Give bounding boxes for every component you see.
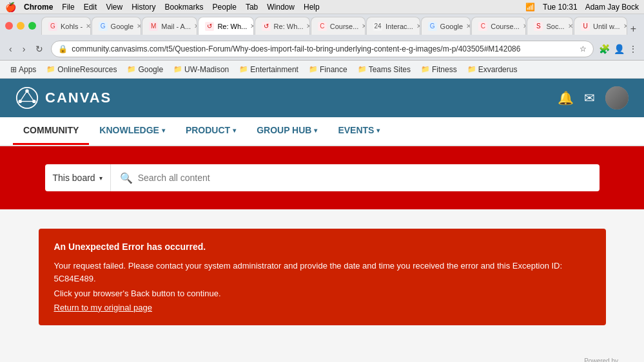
menu-tab[interactable]: Tab: [246, 3, 258, 12]
error-body-2: Click your browser's Back button to cont…: [54, 287, 590, 300]
tab-close-re2[interactable]: ✕: [306, 23, 309, 30]
tab-close-google1[interactable]: ✕: [137, 23, 141, 30]
menu-edit[interactable]: Edit: [84, 3, 97, 12]
nav-community[interactable]: COMMUNITY: [13, 117, 89, 145]
tab-close-re[interactable]: ✕: [250, 23, 253, 30]
canvas-header-icons: 🔔 ✉: [558, 86, 629, 110]
bookmark-finance[interactable]: 📁 Finance: [305, 64, 351, 75]
tabs-row: G Kohls - ✕ G Google ✕ M Mail - A... ✕ ↺…: [41, 17, 639, 35]
tab-interact[interactable]: 24 Interac... ✕: [366, 17, 420, 35]
secure-icon: 🔒: [58, 44, 68, 53]
menu-help[interactable]: Help: [304, 3, 320, 12]
nav-group-hub[interactable]: GROUP HUB ▾: [246, 117, 327, 145]
nav-community-label: COMMUNITY: [23, 125, 79, 135]
tab-close-until[interactable]: ✕: [623, 23, 627, 30]
tab-re-active[interactable]: ↺ Re: Wh... ✕: [198, 17, 253, 35]
username: Adam Jay Bock: [585, 3, 639, 12]
nav-events[interactable]: EVENTS ▾: [327, 117, 390, 145]
folder-icon: 📁: [173, 65, 182, 73]
folder-icon: 📁: [127, 65, 136, 73]
tab-close-course2[interactable]: ✕: [523, 23, 527, 30]
nav-events-label: EVENTS: [338, 125, 374, 135]
chevron-down-icon: ▾: [99, 175, 102, 182]
minimize-window-button[interactable]: [17, 22, 24, 30]
tab-course1[interactable]: C Course... ✕: [311, 17, 366, 35]
menu-window[interactable]: Window: [267, 3, 295, 12]
powered-by-label: Powered by: [584, 357, 618, 363]
main-content: An Unexpected Error has occurred. Your r…: [0, 209, 644, 345]
tab-label-until: Until w...: [593, 23, 620, 30]
search-input[interactable]: [138, 173, 590, 183]
error-box: An Unexpected Error has occurred. Your r…: [39, 229, 606, 325]
chevron-down-icon: ▾: [314, 127, 317, 134]
nav-knowledge-label: KNOWLEDGE: [99, 125, 159, 135]
address-bar[interactable]: 🔒 community.canvasims.com/t5/Question-Fo…: [51, 41, 594, 57]
tab-close-mail[interactable]: ✕: [194, 23, 197, 30]
canvas-nav: COMMUNITY KNOWLEDGE ▾ PRODUCT ▾ GROUP HU…: [0, 117, 644, 146]
tab-close-course1[interactable]: ✕: [362, 23, 366, 30]
tab-google2[interactable]: G Google ✕: [421, 17, 471, 35]
canvas-logo-text: CANVAS: [45, 90, 112, 106]
tab-until[interactable]: U Until w... ✕: [574, 17, 627, 35]
forward-button[interactable]: ›: [20, 43, 28, 55]
bookmark-uwmadison[interactable]: 📁 UW-Madison: [170, 64, 233, 75]
new-tab-button[interactable]: +: [628, 23, 639, 35]
profile-button[interactable]: 👤: [614, 44, 625, 54]
nav-group-hub-label: GROUP HUB: [257, 125, 311, 135]
bookmark-apps-label: Apps: [19, 65, 36, 74]
tab-label-course2: Course...: [491, 23, 520, 30]
nav-product[interactable]: PRODUCT ▾: [175, 117, 246, 145]
nav-knowledge[interactable]: KNOWLEDGE ▾: [89, 117, 175, 145]
menu-people[interactable]: People: [213, 3, 237, 12]
bookmark-onlineresources-label: OnlineResources: [57, 65, 117, 74]
canvas-header: CANVAS 🔔 ✉: [0, 79, 644, 117]
tab-close-kohls[interactable]: ✕: [86, 23, 90, 30]
tab-course2[interactable]: C Course... ✕: [471, 17, 526, 35]
menu-bookmarks[interactable]: Bookmarks: [165, 3, 204, 12]
menu-history[interactable]: History: [132, 3, 155, 12]
tab-mail[interactable]: M Mail - A... ✕: [142, 17, 197, 35]
chrome-menu-button[interactable]: ⋮: [629, 44, 638, 54]
menu-chrome[interactable]: Chrome: [24, 3, 53, 12]
back-button[interactable]: ‹: [6, 43, 15, 55]
tab-favicon-mail: M: [149, 22, 158, 31]
bookmark-google-label: Google: [138, 65, 163, 74]
tab-close-interact[interactable]: ✕: [416, 23, 420, 30]
bookmark-finance-label: Finance: [320, 65, 347, 74]
tab-favicon-google1: G: [99, 22, 108, 31]
tab-soc[interactable]: S Soc... ✕: [527, 17, 573, 35]
folder-icon: 📁: [46, 65, 55, 73]
menu-file[interactable]: File: [62, 3, 74, 12]
tab-favicon-re: ↺: [205, 22, 214, 31]
bookmark-apps[interactable]: ⊞ Apps: [6, 64, 40, 75]
bookmark-google[interactable]: 📁 Google: [123, 64, 167, 75]
tab-kohls[interactable]: G Kohls - ✕: [41, 17, 91, 35]
tab-re2[interactable]: ↺ Re: Wh... ✕: [255, 17, 310, 35]
notifications-bell-button[interactable]: 🔔: [558, 90, 574, 106]
bookmark-teamssites[interactable]: 📁 Teams Sites: [354, 64, 415, 75]
bookmark-entertainment[interactable]: 📁 Entertainment: [235, 64, 302, 75]
bookmark-exvarderus-label: Exvarderus: [478, 65, 518, 74]
bookmark-star-icon[interactable]: ☆: [580, 44, 587, 53]
tab-close-google2[interactable]: ✕: [466, 23, 471, 30]
tab-close-soc[interactable]: ✕: [568, 23, 573, 30]
bookmark-fitness[interactable]: 📁 Fitness: [417, 64, 461, 75]
menu-view[interactable]: View: [106, 3, 122, 12]
search-scope-selector[interactable]: This board ▾: [45, 164, 111, 191]
return-to-original-page-link[interactable]: Return to my original page: [54, 303, 152, 312]
error-body-1: Your request failed. Please contact your…: [54, 260, 590, 285]
tab-label-google1: Google: [111, 23, 133, 30]
tab-google1[interactable]: G Google ✕: [92, 17, 142, 35]
apple-menu[interactable]: 🍎: [5, 2, 16, 12]
canvas-logo[interactable]: CANVAS: [15, 86, 112, 110]
tab-label-soc: Soc...: [546, 23, 564, 30]
maximize-window-button[interactable]: [28, 22, 36, 30]
reload-button[interactable]: ↻: [33, 43, 46, 55]
extensions-button[interactable]: 🧩: [599, 44, 610, 54]
bookmark-exvarderus[interactable]: 📁 Exvarderus: [463, 64, 522, 75]
close-window-button[interactable]: [5, 22, 13, 30]
chevron-down-icon: ▾: [162, 127, 165, 134]
bookmark-onlineresources[interactable]: 📁 OnlineResources: [43, 64, 121, 75]
messages-mail-button[interactable]: ✉: [584, 90, 595, 106]
user-avatar[interactable]: [605, 86, 629, 110]
